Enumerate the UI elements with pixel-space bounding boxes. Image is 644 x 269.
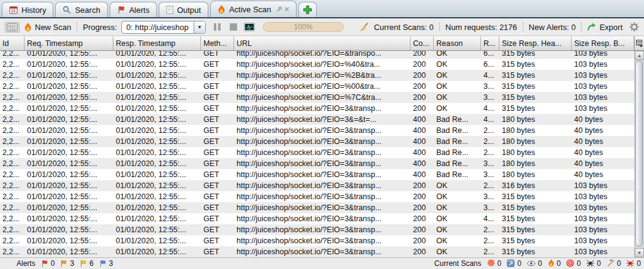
column-header-id[interactable]: Id bbox=[0, 36, 25, 50]
progress-select[interactable]: 0: http://juiceshop ▼ bbox=[121, 21, 206, 34]
table-cell[interactable]: 40 bytes bbox=[572, 136, 634, 147]
table-cell[interactable]: 200 bbox=[411, 235, 434, 246]
table-cell[interactable]: 180 bytes bbox=[499, 147, 572, 158]
table-row[interactable]: 2,2...01/01/2020, 12:55:...01/01/2020, 1… bbox=[0, 246, 644, 257]
table-cell[interactable]: GET bbox=[201, 70, 234, 81]
table-cell[interactable]: 01/01/2020, 12:55:... bbox=[25, 136, 113, 147]
table-cell[interactable]: GET bbox=[201, 158, 234, 169]
table-cell[interactable]: 01/01/2020, 12:55:... bbox=[25, 158, 113, 169]
table-cell[interactable]: 315 bytes bbox=[499, 191, 572, 202]
table-cell[interactable]: 200 bbox=[411, 224, 434, 235]
table-cell[interactable]: http://juiceshop/socket.io/?EIO=%7C&tra.… bbox=[234, 92, 411, 103]
table-cell[interactable]: 2... bbox=[481, 246, 499, 257]
table-cell[interactable]: 01/01/2020, 12:55:... bbox=[25, 246, 113, 257]
table-cell[interactable]: 200 bbox=[411, 81, 434, 92]
table-row[interactable]: 2,2...01/01/2020, 12:55:...01/01/2020, 1… bbox=[0, 92, 644, 103]
table-cell[interactable]: http://juiceshop/socket.io/?EIO=3&transp… bbox=[234, 169, 411, 180]
table-cell[interactable]: 2,2... bbox=[0, 158, 25, 169]
table-cell[interactable]: OK bbox=[434, 59, 481, 70]
table-cell[interactable]: 2,2... bbox=[0, 235, 25, 246]
column-header-resp-timestamp[interactable]: Resp. Timestamp bbox=[113, 36, 201, 50]
table-row[interactable]: 2,2...01/01/2020, 12:55:...01/01/2020, 1… bbox=[0, 213, 644, 224]
table-cell[interactable]: GET bbox=[201, 246, 234, 257]
table-cell[interactable]: 2,2... bbox=[0, 224, 25, 235]
table-cell[interactable]: 01/01/2020, 12:55:... bbox=[113, 81, 201, 92]
table-cell[interactable]: 2,2... bbox=[0, 136, 25, 147]
table-cell[interactable]: 200 bbox=[411, 191, 434, 202]
table-cell[interactable]: 40 bytes bbox=[572, 125, 634, 136]
column-header-method[interactable]: Meth... bbox=[201, 36, 234, 50]
table-row[interactable]: 2,2...01/01/2020, 12:55:...01/01/2020, 1… bbox=[0, 169, 644, 180]
table-cell[interactable]: http://juiceshop/socket.io/?EIO=3&transp… bbox=[234, 125, 411, 136]
scan-options-button[interactable] bbox=[5, 22, 20, 32]
table-cell[interactable]: http://juiceshop/socket.io/?EIO=3&transp… bbox=[234, 103, 411, 114]
table-cell[interactable]: 103 bytes bbox=[572, 202, 634, 213]
table-cell[interactable]: http://juiceshop/socket.io/?EIO=3&=&t=..… bbox=[234, 114, 411, 125]
table-cell[interactable]: 01/01/2020, 12:55:... bbox=[113, 213, 201, 224]
table-row[interactable]: 2,2...01/01/2020, 12:55:...01/01/2020, 1… bbox=[0, 180, 644, 191]
table-cell[interactable]: 2... bbox=[481, 136, 499, 147]
table-cell[interactable]: 200 bbox=[411, 70, 434, 81]
table-cell[interactable]: OK bbox=[434, 246, 481, 257]
table-cell[interactable]: 01/01/2020, 12:55:... bbox=[25, 51, 113, 59]
table-cell[interactable]: 3... bbox=[481, 202, 499, 213]
table-cell[interactable]: 01/01/2020, 12:55:... bbox=[113, 202, 201, 213]
table-cell[interactable]: OK bbox=[434, 224, 481, 235]
table-cell[interactable]: 315 bytes bbox=[499, 92, 572, 103]
table-cell[interactable]: 103 bytes bbox=[572, 51, 634, 59]
table-cell[interactable]: http://juiceshop/socket.io/?EIO=3&transp… bbox=[234, 158, 411, 169]
table-cell[interactable]: http://juiceshop/socket.io/?EIO=3&transp… bbox=[234, 191, 411, 202]
table-cell[interactable]: 103 bytes bbox=[572, 213, 634, 224]
table-cell[interactable]: 103 bytes bbox=[572, 180, 634, 191]
table-cell[interactable]: 103 bytes bbox=[572, 191, 634, 202]
table-cell[interactable]: 2... bbox=[481, 224, 499, 235]
pause-button[interactable] bbox=[214, 23, 221, 31]
table-cell[interactable]: 01/01/2020, 12:55:... bbox=[25, 180, 113, 191]
table-cell[interactable]: 400 bbox=[411, 169, 434, 180]
table-cell[interactable]: 103 bytes bbox=[572, 224, 634, 235]
table-cell[interactable]: 4... bbox=[481, 213, 499, 224]
table-cell[interactable]: OK bbox=[434, 191, 481, 202]
table-cell[interactable]: 01/01/2020, 12:55:... bbox=[113, 180, 201, 191]
table-cell[interactable]: 400 bbox=[411, 147, 434, 158]
table-row[interactable]: 2,2...01/01/2020, 12:55:...01/01/2020, 1… bbox=[0, 202, 644, 213]
table-cell[interactable]: 01/01/2020, 12:55:... bbox=[113, 147, 201, 158]
table-cell[interactable]: 2,2... bbox=[0, 81, 25, 92]
table-cell[interactable]: 2,2... bbox=[0, 147, 25, 158]
table-cell[interactable]: GET bbox=[201, 103, 234, 114]
table-cell[interactable]: 01/01/2020, 12:55:... bbox=[25, 213, 113, 224]
table-cell[interactable]: 01/01/2020, 12:55:... bbox=[25, 59, 113, 70]
table-cell[interactable]: GET bbox=[201, 81, 234, 92]
table-cell[interactable]: GET bbox=[201, 235, 234, 246]
table-cell[interactable]: 01/01/2020, 12:55:... bbox=[113, 125, 201, 136]
new-scan-button[interactable]: New Scan bbox=[24, 23, 71, 32]
table-cell[interactable]: 400 bbox=[411, 114, 434, 125]
table-cell[interactable]: 2... bbox=[481, 125, 499, 136]
table-cell[interactable]: OK bbox=[434, 70, 481, 81]
table-cell[interactable]: 01/01/2020, 12:55:... bbox=[25, 235, 113, 246]
table-cell[interactable]: 400 bbox=[411, 158, 434, 169]
table-cell[interactable]: OK bbox=[434, 51, 481, 59]
tab-alerts[interactable]: Alerts bbox=[110, 2, 157, 17]
table-cell[interactable]: OK bbox=[434, 81, 481, 92]
table-cell[interactable]: 2,2... bbox=[0, 92, 25, 103]
table-cell[interactable]: 400 bbox=[411, 125, 434, 136]
table-cell[interactable]: Bad Re... bbox=[434, 147, 481, 158]
table-cell[interactable]: 01/01/2020, 12:55:... bbox=[113, 246, 201, 257]
table-cell[interactable]: 200 bbox=[411, 92, 434, 103]
table-cell[interactable]: GET bbox=[201, 136, 234, 147]
table-cell[interactable]: 01/01/2020, 12:55:... bbox=[113, 224, 201, 235]
table-row[interactable]: 2,2...01/01/2020, 12:55:...01/01/2020, 1… bbox=[0, 235, 644, 246]
table-cell[interactable]: 01/01/2020, 12:55:... bbox=[25, 191, 113, 202]
scroll-up-button[interactable]: ▲ bbox=[635, 51, 644, 60]
table-cell[interactable]: 103 bytes bbox=[572, 81, 634, 92]
table-cell[interactable]: 200 bbox=[411, 246, 434, 257]
table-cell[interactable]: GET bbox=[201, 202, 234, 213]
table-cell[interactable]: 40 bytes bbox=[572, 114, 634, 125]
table-cell[interactable]: 315 bytes bbox=[499, 235, 572, 246]
table-cell[interactable]: 315 bytes bbox=[499, 51, 572, 59]
table-cell[interactable]: 01/01/2020, 12:55:... bbox=[113, 51, 201, 59]
table-cell[interactable]: 01/01/2020, 12:55:... bbox=[25, 81, 113, 92]
table-cell[interactable]: Bad Re... bbox=[434, 125, 481, 136]
table-cell[interactable]: 2... bbox=[481, 180, 499, 191]
